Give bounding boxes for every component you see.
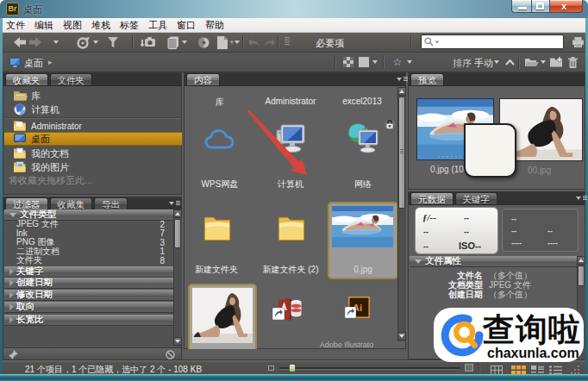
favorites-item-pictures[interactable]: 我的图片: [4, 160, 182, 174]
content-item-label-partial[interactable]: Adobe Illustrato: [320, 340, 374, 349]
filter-section-created[interactable]: 创建日期: [4, 278, 177, 289]
camera-raw-dropdown[interactable]: [180, 35, 189, 49]
output-printer-icon[interactable]: [572, 35, 584, 49]
content-item-illustrator-shortcut[interactable]: Ai: [348, 297, 370, 322]
forward-button[interactable]: [28, 35, 42, 49]
search-box[interactable]: [421, 34, 564, 49]
tab-favorites[interactable]: 收藏夹: [5, 73, 48, 85]
content-item-label[interactable]: Administrator: [266, 97, 316, 106]
rotate-sphere-button[interactable]: [197, 35, 210, 49]
get-photos-from-camera-button[interactable]: [140, 35, 157, 49]
content-scroll-up[interactable]: [397, 87, 406, 96]
thumbnail-size-slider[interactable]: [279, 367, 460, 369]
content-item-label[interactable]: 新建文件夹: [195, 264, 238, 276]
open-in-camera-raw-button[interactable]: [165, 35, 180, 49]
metadata-scroll-up[interactable]: [577, 256, 585, 265]
menu-help[interactable]: 帮助: [205, 18, 224, 33]
content-item-label[interactable]: 新建文件夹 (2): [263, 264, 319, 276]
tab-folders[interactable]: 文件夹: [50, 73, 93, 85]
thumbnail-quality-hq-icon[interactable]: [358, 55, 370, 69]
close-button[interactable]: x: [549, 0, 583, 13]
content-item-label[interactable]: 库: [216, 97, 224, 109]
sort-ascending-toggle[interactable]: [504, 55, 515, 69]
tab-metadata[interactable]: 元数据: [410, 192, 454, 204]
metadata-section-file-properties[interactable]: 文件属性: [410, 256, 585, 267]
minimize-button[interactable]: [511, 0, 532, 13]
filter-panel-menu-icon[interactable]: [169, 199, 180, 207]
favorites-item-library[interactable]: 库: [4, 89, 182, 103]
new-folder-button[interactable]: [549, 55, 563, 69]
thumbnail-quality-quick-icon[interactable]: [342, 55, 354, 69]
redo-button[interactable]: [262, 35, 276, 49]
favorites-item-desktop[interactable]: 桌面: [4, 132, 182, 146]
open-recent-folder-icon[interactable]: [524, 55, 539, 69]
rating-filter-star-icon[interactable]: ☆: [391, 55, 403, 69]
content-scrollbar-thumb[interactable]: [398, 97, 405, 209]
search-scope-dropdown[interactable]: [435, 41, 440, 43]
keep-filter-pin-icon[interactable]: [9, 350, 18, 359]
filter-scrollbar-thumb[interactable]: [174, 219, 181, 248]
sort-mode-dropdown[interactable]: 手动: [474, 57, 493, 70]
favorites-item-documents[interactable]: 我的文档: [4, 147, 182, 160]
metadata-scrollbar-thumb[interactable]: [578, 265, 585, 286]
content-item-network[interactable]: [347, 122, 378, 158]
content-item-wps-cloud[interactable]: [204, 125, 235, 158]
filter-entry[interactable]: 文件夹 8: [4, 256, 177, 265]
output-dropdown[interactable]: +: [229, 35, 240, 49]
filter-scroll-down[interactable]: [173, 337, 182, 346]
workspace-label[interactable]: 必要项: [316, 37, 344, 50]
tab-collections[interactable]: 收藏集: [50, 197, 93, 209]
filter-section-modified[interactable]: 修改日期: [4, 290, 177, 301]
favorites-item-administrator[interactable]: Administrator: [4, 119, 182, 133]
tab-content[interactable]: 内容: [186, 73, 220, 85]
content-item-label[interactable]: 网络: [354, 178, 372, 190]
recent-locations-dropdown[interactable]: [51, 35, 61, 49]
back-button[interactable]: [13, 35, 27, 49]
refine-funnel-button[interactable]: [107, 35, 119, 49]
undo-button[interactable]: [247, 35, 260, 49]
content-item-0jpg-selected[interactable]: 0.jpg: [328, 202, 397, 279]
content-item-new-folder[interactable]: [203, 212, 231, 247]
output-document-button[interactable]: [215, 35, 230, 49]
breadcrumb-item[interactable]: 桌面: [24, 57, 43, 70]
filter-section-aspect[interactable]: 长宽比: [4, 315, 177, 326]
smaller-thumbnails-icon[interactable]: [268, 365, 274, 371]
menu-edit[interactable]: 编辑: [34, 18, 53, 33]
boomerang-reveal-button[interactable]: [76, 35, 98, 49]
menu-view[interactable]: 视图: [63, 18, 82, 33]
clear-filter-icon[interactable]: [166, 350, 175, 359]
menu-stack[interactable]: 堆栈: [91, 18, 110, 33]
filter-scroll-up[interactable]: [173, 209, 182, 218]
menu-tools[interactable]: 工具: [148, 18, 167, 33]
content-item-label[interactable]: WPS网盘: [202, 178, 239, 190]
content-item-new-folder-2[interactable]: [278, 212, 305, 247]
content-scroll-down[interactable]: [397, 332, 406, 340]
favorites-item-computer[interactable]: 计算机: [4, 103, 182, 116]
tab-preview[interactable]: 预览: [410, 73, 444, 85]
tab-export[interactable]: 导出: [94, 197, 128, 209]
loupe-magnifier[interactable]: [464, 123, 516, 178]
content-item-photo-selected[interactable]: [188, 284, 257, 349]
thumbnail-quality-dropdown[interactable]: [371, 55, 379, 69]
thumbnail-slider-thumb[interactable]: [289, 364, 296, 372]
bridge-app-icon[interactable]: Br: [6, 3, 19, 16]
menu-window[interactable]: 窗口: [177, 18, 196, 33]
larger-thumbnails-icon[interactable]: [465, 364, 473, 372]
filter-section-orientation[interactable]: 取向: [4, 302, 177, 313]
content-item-label[interactable]: 计算机: [278, 178, 303, 190]
metadata-row-value[interactable]: （多个值）: [489, 289, 532, 301]
tab-keywords[interactable]: 关键字: [455, 192, 498, 204]
sort-mode-chevron[interactable]: [492, 55, 501, 69]
content-item-computer[interactable]: [275, 123, 306, 158]
rating-filter-dropdown[interactable]: [405, 55, 414, 69]
content-item-label[interactable]: excel2013: [342, 97, 382, 106]
content-item-access-shortcut[interactable]: [277, 298, 303, 324]
open-recent-dropdown[interactable]: [539, 55, 547, 69]
maximize-button[interactable]: [532, 0, 549, 13]
tab-filter[interactable]: 过滤器: [5, 197, 48, 209]
delete-trash-icon[interactable]: [566, 55, 579, 69]
metadata-panel-menu-icon[interactable]: [576, 194, 587, 202]
menu-file[interactable]: 文件: [6, 18, 25, 33]
content-panel-menu-icon[interactable]: [397, 75, 408, 83]
filter-entry[interactable]: JPEG 文件 2: [4, 220, 177, 229]
